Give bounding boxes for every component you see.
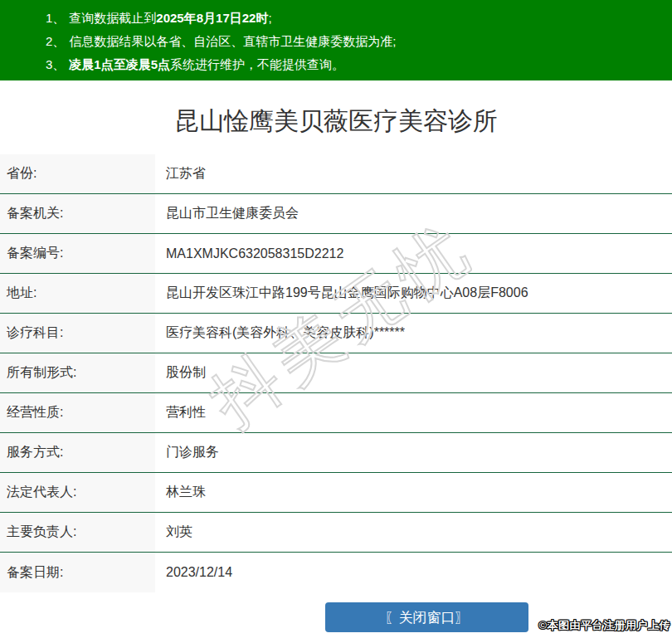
notice-banner: 1、查询数据截止到2025年8月17日22时;2、信息数据结果以各省、自治区、直… [0,0,672,80]
row-value: 股份制 [155,353,672,392]
page-title: 昆山惍鹰美贝薇医疗美容诊所 [0,104,672,139]
row-label: 备案编号: [0,234,155,273]
row-label: 省份: [0,154,155,193]
notice-text: 查询数据截止到 [69,11,156,25]
row-value: 2023/12/14 [155,553,672,592]
image-disclaimer: ©本图由平台注册用户上传 [538,618,670,633]
row-value: 医疗美容科(美容外科、美容皮肤科)****** [155,314,672,353]
table-row: 备案编号:MA1XMJKC632058315D2212 [0,234,672,274]
table-row: 法定代表人:林兰珠 [0,473,672,513]
row-label: 服务方式: [0,433,155,472]
row-label: 法定代表人: [0,473,155,512]
row-value: 刘英 [155,513,672,552]
row-label: 诊疗科目: [0,314,155,353]
notice-item: 3、凌晨1点至凌晨5点系统进行维护，不能提供查询。 [46,53,664,76]
table-row: 诊疗科目:医疗美容科(美容外科、美容皮肤科)****** [0,314,672,353]
table-row: 备案机关:昆山市卫生健康委员会 [0,194,672,234]
notice-item: 1、查询数据截止到2025年8月17日22时; [46,7,664,30]
table-row: 所有制形式:股份制 [0,353,672,393]
notice-number: 3、 [46,57,65,71]
row-label: 经营性质: [0,393,155,432]
row-label: 主要负责人: [0,513,155,552]
row-value: MA1XMJKC632058315D2212 [155,234,672,273]
row-label: 地址: [0,274,155,313]
table-row: 经营性质:营利性 [0,393,672,433]
row-label: 所有制形式: [0,353,155,392]
close-window-button[interactable]: 〖关闭窗口〗 [325,602,528,632]
row-value: 门诊服务 [155,433,672,472]
row-value: 昆山开发区珠江中路199号昆山金鹰国际购物中心A08层F8006 [155,274,672,313]
table-row: 服务方式:门诊服务 [0,433,672,473]
notice-number: 1、 [46,11,65,25]
row-value: 营利性 [155,393,672,432]
notice-text: 凌晨1点至凌晨5点 [69,57,170,71]
notice-number: 2、 [46,34,65,48]
notice-text: 系统进行维护，不能提供查询。 [170,57,344,71]
row-label: 备案机关: [0,194,155,233]
table-row: 主要负责人:刘英 [0,513,672,553]
notice-item: 2、信息数据结果以各省、自治区、直辖市卫生健康委数据为准; [46,30,664,53]
row-value: 江苏省 [155,154,672,193]
row-value: 昆山市卫生健康委员会 [155,194,672,233]
row-value: 林兰珠 [155,473,672,512]
notice-text: ; [268,11,271,25]
notice-text: 信息数据结果以各省、自治区、直辖市卫生健康委数据为准; [69,34,396,48]
table-row: 备案日期:2023/12/14 [0,553,672,592]
notice-text: 2025年8月17日22时 [156,11,268,25]
footer: 〖关闭窗口〗 ©本图由平台注册用户上传 [0,602,672,637]
row-label: 备案日期: [0,553,155,592]
table-row: 地址:昆山开发区珠江中路199号昆山金鹰国际购物中心A08层F8006 [0,274,672,314]
table-row: 省份:江苏省 [0,154,672,194]
info-table: 省份:江苏省备案机关:昆山市卫生健康委员会备案编号:MA1XMJKC632058… [0,154,672,592]
